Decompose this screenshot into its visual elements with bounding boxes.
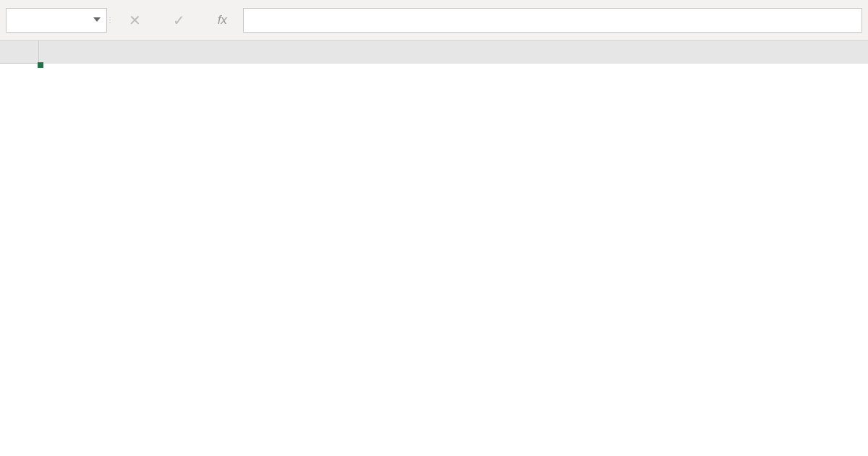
name-box[interactable] [6, 8, 107, 33]
fx-icon[interactable]: fx [218, 13, 227, 28]
column-headers [39, 41, 868, 64]
left-gutter [0, 41, 39, 456]
formula-input[interactable] [243, 8, 862, 33]
formula-bar-buttons: ✕ ✓ fx [113, 8, 243, 33]
selection-box [39, 64, 42, 67]
sheet-area [0, 41, 868, 456]
accept-icon[interactable]: ✓ [173, 12, 185, 29]
formula-bar: ⋮ ✕ ✓ fx [0, 0, 868, 41]
grid-wrapper [39, 41, 868, 456]
cancel-icon[interactable]: ✕ [129, 12, 141, 29]
chevron-down-icon[interactable] [93, 17, 101, 22]
select-all-corner[interactable] [0, 41, 39, 64]
divider: ⋮ [107, 8, 113, 33]
